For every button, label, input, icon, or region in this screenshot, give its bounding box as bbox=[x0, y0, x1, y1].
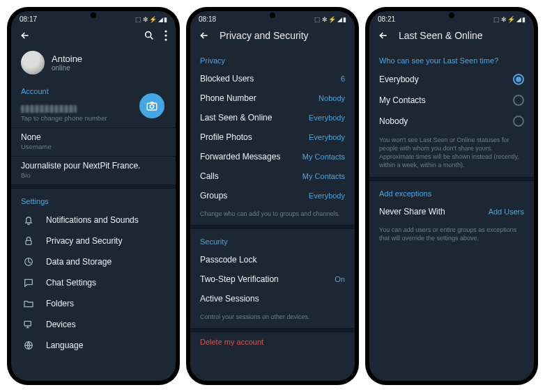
page-title: Privacy and Security bbox=[220, 30, 346, 41]
row-forwarded[interactable]: Forwarded MessagesMy Contacts bbox=[190, 147, 355, 166]
appbar bbox=[11, 24, 176, 48]
appbar: Last Seen & Online bbox=[369, 24, 534, 48]
security-hint: Control your sessions on other devices. bbox=[190, 308, 355, 328]
option-everybody[interactable]: Everybody bbox=[369, 69, 534, 90]
radio-icon bbox=[513, 74, 524, 85]
phone-settings-profile: 08:17 ⬚ ✻ ⚡ ◢ ▮ Antoine online Account T… bbox=[7, 7, 180, 385]
more-icon[interactable] bbox=[164, 30, 167, 41]
delete-account-link[interactable]: Delete my account bbox=[190, 332, 355, 352]
clock: 08:21 bbox=[378, 15, 395, 23]
back-icon[interactable] bbox=[20, 30, 31, 41]
status-icons: ⬚ ✻ ⚡ ◢ ▮ bbox=[493, 16, 525, 23]
settings-item-notifications[interactable]: Notifications and Sounds bbox=[11, 210, 176, 230]
camera-notch bbox=[449, 13, 454, 18]
phone-last-seen: 08:21 ⬚ ✻ ⚡ ◢ ▮ Last Seen & Online Who c… bbox=[365, 7, 538, 385]
data-icon bbox=[21, 256, 36, 267]
svg-point-2 bbox=[164, 34, 167, 36]
settings-item-privacy[interactable]: Privacy and Security bbox=[11, 230, 176, 251]
exceptions-hint: You can add users or entire groups as ex… bbox=[369, 221, 534, 249]
back-icon[interactable] bbox=[378, 30, 389, 41]
svg-point-3 bbox=[164, 38, 167, 40]
username-value: None bbox=[21, 132, 166, 142]
privacy-hint: Change who can add you to groups and cha… bbox=[190, 205, 355, 225]
settings-item-folders[interactable]: Folders bbox=[11, 293, 176, 314]
settings-item-language[interactable]: Language bbox=[11, 335, 176, 356]
camera-fab[interactable] bbox=[139, 93, 164, 118]
row-phone-number[interactable]: Phone NumberNobody bbox=[190, 88, 355, 108]
last-seen-hint: You won't see Last Seen or Online status… bbox=[369, 132, 534, 177]
phone-privacy-security: 08:18 ⬚ ✻ ⚡ ◢ ▮ Privacy and Security Pri… bbox=[186, 7, 359, 385]
exceptions-header: Add exceptions bbox=[369, 181, 534, 202]
devices-icon bbox=[21, 319, 36, 330]
row-calls[interactable]: CallsMy Contacts bbox=[190, 166, 355, 186]
folder-icon bbox=[21, 298, 36, 309]
clock: 08:17 bbox=[20, 15, 37, 23]
globe-icon bbox=[21, 340, 36, 351]
bio-sub: Bio bbox=[21, 171, 166, 179]
phone-number-blurred bbox=[21, 105, 77, 113]
username-field[interactable]: None Username bbox=[11, 128, 176, 156]
row-never-share[interactable]: Never Share With Add Users bbox=[369, 202, 534, 221]
option-my-contacts[interactable]: My Contacts bbox=[369, 90, 534, 111]
profile-header[interactable]: Antoine online bbox=[11, 48, 176, 79]
avatar[interactable] bbox=[21, 51, 45, 75]
row-profile-photos[interactable]: Profile PhotosEverybody bbox=[190, 127, 355, 147]
svg-rect-8 bbox=[24, 321, 31, 326]
bell-icon bbox=[21, 214, 36, 226]
bio-field[interactable]: Journaliste pour NextPit France. Bio bbox=[11, 157, 176, 185]
bio-value: Journaliste pour NextPit France. bbox=[21, 161, 166, 171]
settings-item-data[interactable]: Data and Storage bbox=[11, 251, 176, 272]
radio-icon bbox=[513, 116, 524, 127]
svg-point-5 bbox=[150, 104, 153, 108]
who-can-see-header: Who can see your Last Seen time? bbox=[369, 48, 534, 69]
row-last-seen[interactable]: Last Seen & OnlineEverybody bbox=[190, 108, 355, 127]
camera-notch bbox=[91, 13, 96, 18]
option-nobody[interactable]: Nobody bbox=[369, 111, 534, 132]
profile-name: Antoine bbox=[52, 54, 82, 64]
svg-point-1 bbox=[164, 30, 167, 32]
settings-item-devices[interactable]: Devices bbox=[11, 314, 176, 335]
settings-item-chat[interactable]: Chat Settings bbox=[11, 272, 176, 293]
row-active-sessions[interactable]: Active Sessions bbox=[190, 289, 355, 308]
page-title: Last Seen & Online bbox=[399, 30, 525, 41]
privacy-header: Privacy bbox=[190, 48, 355, 69]
svg-rect-6 bbox=[26, 240, 31, 244]
security-header: Security bbox=[190, 229, 355, 250]
row-passcode[interactable]: Passcode Lock bbox=[190, 250, 355, 269]
status-icons: ⬚ ✻ ⚡ ◢ ▮ bbox=[135, 16, 167, 23]
camera-notch bbox=[270, 13, 275, 18]
settings-header: Settings bbox=[11, 189, 176, 210]
clock: 08:18 bbox=[199, 15, 216, 23]
username-sub: Username bbox=[21, 143, 166, 150]
radio-icon bbox=[513, 95, 524, 106]
chat-icon bbox=[21, 277, 36, 288]
search-icon[interactable] bbox=[144, 30, 155, 41]
row-groups[interactable]: GroupsEverybody bbox=[190, 186, 355, 205]
appbar: Privacy and Security bbox=[190, 24, 355, 48]
row-two-step[interactable]: Two-Step VerificationOn bbox=[190, 269, 355, 289]
lock-icon bbox=[21, 235, 36, 246]
row-blocked-users[interactable]: Blocked Users6 bbox=[190, 69, 355, 88]
status-icons: ⬚ ✻ ⚡ ◢ ▮ bbox=[314, 16, 346, 23]
profile-status: online bbox=[52, 64, 82, 72]
svg-point-0 bbox=[146, 32, 151, 38]
back-icon[interactable] bbox=[199, 30, 210, 41]
